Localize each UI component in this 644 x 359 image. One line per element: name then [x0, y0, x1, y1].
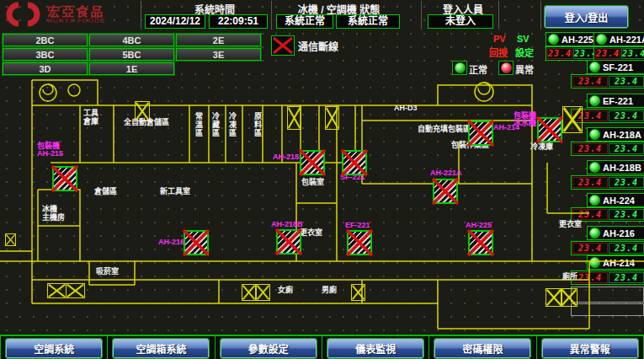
- system-time-value: 22:09:51: [209, 14, 268, 29]
- login-user-value: 未登入: [428, 14, 493, 29]
- pv-sub-label: 回授: [489, 46, 508, 59]
- floor-button-3BC[interactable]: 3BC: [3, 48, 88, 61]
- unit-name: SF-221: [603, 62, 633, 72]
- login-logout-button[interactable]: 登入/登出: [545, 6, 628, 28]
- nav-cell: 儀表監視: [322, 336, 429, 359]
- unit-button-AH-225[interactable]: AH-225: [546, 32, 595, 46]
- room-label: 工具倉庫: [83, 109, 98, 126]
- sv-label: SV: [517, 34, 530, 44]
- header-bar: 宏亞食品 HUNYA FOODS 系統時間 2024/12/12 22:09:5…: [0, 0, 644, 30]
- elevator-shaft-icon: [242, 284, 256, 301]
- device-label-AH-215: 包裝機AH-215: [37, 142, 63, 158]
- bottom-nav: 空調系統空調箱系統參數設定儀表監視密碼權限異常警報: [0, 335, 644, 359]
- room-label: 常溫區: [194, 112, 203, 137]
- elevator-shaft-icon: [546, 288, 562, 307]
- room-label: 新工具室: [160, 187, 190, 196]
- device-comm-loss-icon-AH-214[interactable]: [468, 121, 493, 146]
- elevator-shaft-icon: [47, 283, 67, 298]
- room-label: 倉儲區: [94, 187, 117, 196]
- hmi-screen: { "header": { "brand": "宏亞食品", "brand_su…: [0, 0, 644, 359]
- unit-pv-value: 23.4: [547, 48, 572, 59]
- device-comm-loss-icon-AH-215[interactable]: [52, 166, 77, 191]
- floor-button-3D[interactable]: 3D: [3, 62, 88, 75]
- logo-icon: [5, 2, 42, 27]
- nav-cell: 參數設定: [216, 336, 322, 359]
- ahu-status: 系統正常: [336, 14, 400, 29]
- header-divider: [271, 1, 272, 29]
- unit-sv-value: 23.4: [621, 48, 644, 59]
- nav-button-空調箱系統[interactable]: 空調箱系統: [113, 339, 209, 358]
- floor-button-1E[interactable]: 1E: [89, 62, 174, 75]
- normal-led-icon: [455, 62, 466, 73]
- room-label: 原料區: [253, 112, 262, 137]
- room-label: 女廁: [278, 286, 293, 294]
- nav-button-異常警報[interactable]: 異常警報: [542, 339, 638, 358]
- header-divider: [498, 1, 499, 29]
- elevator-shaft-icon: [561, 288, 577, 307]
- floor-button-4BC[interactable]: 4BC: [89, 34, 174, 46]
- stair-spiral-icon: [68, 84, 80, 96]
- room-label: 男廁: [322, 286, 337, 294]
- unit-values-AH-225: 23.423.4: [546, 46, 595, 61]
- device-label-AH-216: AH-216: [158, 238, 184, 246]
- floor-button-5BC[interactable]: 5BC: [89, 48, 174, 61]
- floor-button-2BC[interactable]: 2BC: [3, 34, 88, 46]
- device-comm-loss-icon-冰水機[interactable]: [537, 117, 562, 142]
- device-comm-loss-icon-AH-218B[interactable]: [276, 229, 301, 255]
- comm-loss-icon: [271, 35, 295, 56]
- room-label: AH-D3: [394, 104, 418, 112]
- comm-loss-label: 通信斷線: [298, 39, 338, 53]
- nav-button-空調系統[interactable]: 空調系統: [6, 339, 102, 358]
- device-label-AH-221A: AH-221A: [430, 169, 462, 177]
- device-comm-loss-icon-EF-221[interactable]: [347, 230, 372, 255]
- elevator-shaft-icon: [325, 106, 339, 130]
- elevator-shaft-icon: [287, 106, 301, 130]
- unit-button-AH-221A[interactable]: AH-221A: [593, 32, 644, 46]
- nav-button-密碼權限[interactable]: 密碼權限: [434, 339, 530, 358]
- room-label: 冰機主機房: [42, 205, 65, 222]
- unit-name: AH-225: [562, 35, 593, 45]
- brand-name: 宏亞食品: [47, 5, 105, 18]
- unit-name: AH-221A: [609, 35, 644, 45]
- floor-button-3E[interactable]: 3E: [176, 48, 261, 61]
- device-comm-loss-icon-AH-218A[interactable]: [300, 150, 325, 175]
- normal-label: 正常: [469, 62, 487, 76]
- company-logo: 宏亞食品 HUNYA FOODS: [5, 2, 105, 27]
- device-comm-loss-icon-AH-216[interactable]: [184, 230, 209, 255]
- elevator-shaft-icon: [5, 233, 16, 246]
- sv-sub-label: 設定: [515, 46, 534, 59]
- nav-cell: 密碼權限: [429, 336, 536, 359]
- pv-label: PV: [493, 34, 506, 44]
- room-label: 包裝室: [301, 178, 324, 186]
- room-label: 自動充填包裝區: [418, 125, 471, 133]
- abnormal-label: 異常: [515, 62, 534, 76]
- nav-cell: 空調箱系統: [108, 336, 215, 359]
- room-label: 冷凍區: [228, 112, 237, 137]
- header-divider: [421, 1, 422, 29]
- unit-status-led-icon: [596, 34, 607, 45]
- elevator-shaft-icon: [256, 284, 270, 301]
- floor-buttons: 2BC4BC2E3BC5BC3E3D1E: [3, 34, 261, 75]
- chiller-status: 系統正常: [276, 14, 333, 29]
- elevator-shaft-icon: [562, 106, 583, 133]
- room-label: 更衣室: [559, 220, 582, 228]
- device-comm-loss-icon-AH-221A[interactable]: [433, 179, 458, 204]
- unit-values-AH-221A: 23.423.4: [593, 46, 644, 61]
- unit-button-SF-221[interactable]: SF-221: [587, 60, 644, 74]
- floor-map: 工具倉庫全自動倉儲區常溫區冷藏區冷凍區原料區AH-D3自動充填包裝區包裝作業區冷…: [0, 78, 644, 335]
- device-comm-loss-icon-AH-225[interactable]: [468, 230, 493, 255]
- nav-button-參數設定[interactable]: 參數設定: [221, 339, 317, 358]
- brand-subname: HUNYA FOODS: [47, 18, 105, 24]
- device-comm-loss-icon-SF-221[interactable]: [342, 150, 367, 175]
- header-divider: [540, 1, 541, 29]
- abnormal-led-box: [498, 61, 514, 75]
- room-label: 吸菸室: [96, 267, 119, 276]
- floor-button-2E[interactable]: 2E: [176, 34, 261, 46]
- abnormal-led-icon: [501, 62, 512, 73]
- nav-button-儀表監視[interactable]: 儀表監視: [327, 339, 423, 358]
- elevator-shaft-icon: [66, 283, 85, 298]
- header-divider: [141, 1, 141, 29]
- nav-cell: 異常警報: [537, 336, 644, 359]
- unit-status-led-icon: [589, 62, 600, 72]
- system-date-value: 2024/12/12: [145, 14, 205, 29]
